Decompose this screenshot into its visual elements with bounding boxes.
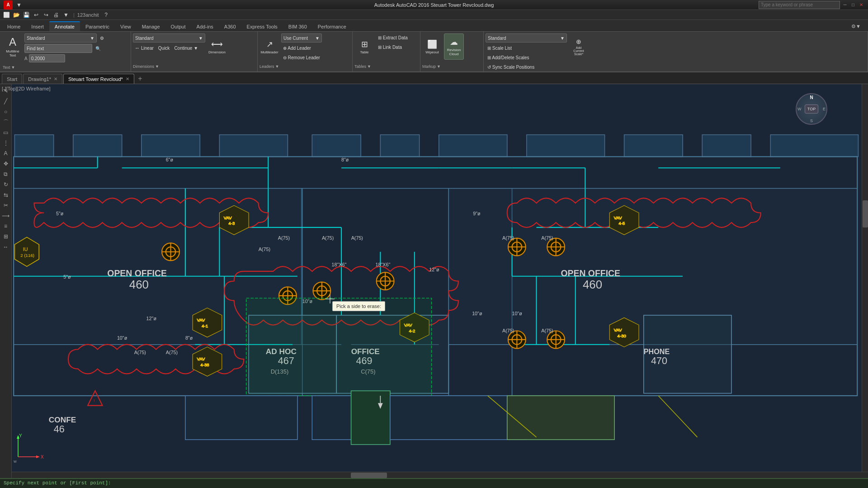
revision-cloud-btn[interactable]: ☁ RevisionCloud <box>444 33 464 60</box>
linear-icon: ↔ <box>135 45 140 51</box>
find-text-input[interactable] <box>24 44 92 53</box>
nav-compass[interactable]: N S W E TOP <box>796 93 832 129</box>
annotation-height-input[interactable] <box>29 54 65 62</box>
close-revcloud-btn[interactable]: ✕ <box>126 76 129 81</box>
tool-move[interactable]: ✥ <box>1 159 11 169</box>
ribbon-group-markup: ⬜ Wipeout ☁ RevisionCloud Markup ▼ <box>420 32 484 71</box>
compass-ring[interactable]: N S W E TOP <box>796 93 827 125</box>
quick-dim-btn[interactable]: Quick <box>156 44 172 52</box>
tool-trim[interactable]: ✂ <box>1 200 11 210</box>
tab-addins[interactable]: Add-ins <box>191 22 219 31</box>
svg-text:OPEN OFFICE: OPEN OFFICE <box>561 268 620 278</box>
tool-line[interactable]: ╱ <box>1 96 11 106</box>
left-toolbar: ↖ ╱ ○ ⌒ ▭ ⋮ A ✥ ⧉ ↻ ⇆ ✂ ⟶ ≡ ⊞ ↔ <box>0 84 12 478</box>
multileader-btn[interactable]: ↗ Multileader <box>259 33 279 60</box>
qat-plot-btn[interactable]: 🖨 <box>52 11 61 19</box>
title-bar-title: Autodesk AutoCAD 2016 Steuart Tower Revc… <box>374 2 494 8</box>
qat-undo-btn[interactable]: ↩ <box>32 11 41 19</box>
svg-rect-3 <box>142 135 200 157</box>
tab-express[interactable]: Express Tools <box>241 22 283 31</box>
tool-text[interactable]: A <box>1 148 11 158</box>
tool-hatch[interactable]: ⋮ <box>1 138 11 148</box>
tab-home[interactable]: Home <box>2 22 26 31</box>
tab-workspace-dropdown[interactable]: ⚙▼ <box>846 22 866 31</box>
link-data-btn[interactable]: ⊞ Link Data <box>376 43 410 51</box>
tab-insert[interactable]: Insert <box>26 22 49 31</box>
close-button[interactable]: ✕ <box>858 2 864 8</box>
annotation-scale-dropdown[interactable]: Standard▼ <box>486 33 567 43</box>
svg-text:12"ø: 12"ø <box>429 267 439 272</box>
linear-dim-btn[interactable]: ↔ Linear <box>133 44 156 52</box>
dimension-icon: ⟷ <box>211 39 223 49</box>
svg-text:A(75): A(75) <box>502 235 514 241</box>
new-tab-btn[interactable]: + <box>135 74 145 84</box>
doc-tab-drawing1[interactable]: Drawing1* ✕ <box>23 74 62 84</box>
table-btn[interactable]: ⊞ Table <box>354 33 374 60</box>
extract-data-btn[interactable]: ⊞ Extract Data <box>376 33 410 42</box>
tool-rotate[interactable]: ↻ <box>1 180 11 190</box>
horizontal-scrollbar[interactable] <box>6 472 868 478</box>
minimize-button[interactable]: ─ <box>842 2 848 8</box>
horizontal-scroll-thumb[interactable] <box>351 473 387 478</box>
tab-view[interactable]: View <box>115 22 137 31</box>
tool-copy[interactable]: ⧉ <box>1 169 11 179</box>
tool-rectangle[interactable]: ▭ <box>1 128 11 137</box>
qat-extra-btn[interactable]: ▼ <box>61 11 71 19</box>
tool-offset[interactable]: ≡ <box>1 221 11 231</box>
tool-arc[interactable]: ⌒ <box>1 117 11 127</box>
qat-help-btn[interactable]: ? <box>102 11 111 19</box>
tool-dimension[interactable]: ↔ <box>1 242 11 252</box>
tab-bim360[interactable]: BIM 360 <box>283 22 312 31</box>
svg-rect-155 <box>507 396 614 440</box>
find-text-btn[interactable]: 🔍 <box>94 44 103 52</box>
qat-redo-btn[interactable]: ↪ <box>42 11 51 19</box>
doc-tab-revcloud[interactable]: Steuart Tower Revcloud* ✕ <box>63 74 134 84</box>
doc-tab-start[interactable]: Start <box>2 74 22 84</box>
leader-style-dropdown[interactable]: Use Current▼ <box>281 33 322 43</box>
tool-circle[interactable]: ○ <box>1 107 11 117</box>
canvas-area[interactable]: ↖ ╱ ○ ⌒ ▭ ⋮ A ✥ ⧉ ↻ ⇆ ✂ ⟶ ≡ ⊞ ↔ [-][Top]… <box>0 84 868 478</box>
svg-rect-5 <box>312 135 361 157</box>
add-delete-scales-btn[interactable]: ⊞ Add/Delete Scales <box>486 53 567 62</box>
search-input[interactable] <box>759 1 840 9</box>
tab-output[interactable]: Output <box>165 22 191 31</box>
svg-text:A(75): A(75) <box>351 235 363 241</box>
qat-save-btn[interactable]: 💾 <box>22 11 31 19</box>
tab-annotate[interactable]: Annotate <box>49 21 80 31</box>
svg-text:460: 460 <box>583 278 602 291</box>
continue-dim-btn[interactable]: Continue ▼ <box>172 44 200 52</box>
qat-new-btn[interactable]: ⬜ <box>2 11 11 19</box>
tool-extend[interactable]: ⟶ <box>1 211 11 221</box>
vertical-scrollbar[interactable] <box>862 84 868 472</box>
tab-parametric[interactable]: Parametric <box>80 22 115 31</box>
scale-list-btn[interactable]: ⊞ Scale List <box>486 44 567 52</box>
close-drawing1-btn[interactable]: ✕ <box>54 76 57 81</box>
add-scale-icon: ⊕ <box>576 38 581 45</box>
svg-text:OPEN OFFICE: OPEN OFFICE <box>107 268 167 278</box>
dimension-main-btn[interactable]: ⟷ Dimension <box>207 33 227 60</box>
text-style-dropdown[interactable]: Standard▼ <box>24 33 97 43</box>
vertical-scroll-thumb[interactable] <box>863 200 868 227</box>
dimension-style-dropdown[interactable]: Standard▼ <box>133 33 205 43</box>
text-style-manager-btn[interactable]: ⚙ <box>98 34 106 42</box>
multiline-text-btn[interactable]: A MultilineText <box>3 33 23 60</box>
maximize-button[interactable]: □ <box>850 2 856 8</box>
qat-open-btn[interactable]: ▼ <box>14 1 24 9</box>
qat-username: 123anchit <box>77 12 99 18</box>
add-current-scale-btn[interactable]: ⊕ AddCurrent Scale* <box>569 33 589 60</box>
sync-scale-btn[interactable]: ↺ Sync Scale Positions <box>486 63 567 71</box>
tab-manage[interactable]: Manage <box>137 22 165 31</box>
tab-a360[interactable]: A360 <box>219 22 241 31</box>
ribbon-group-leaders: ↗ Multileader Use Current▼ ⊕ Add Leader … <box>258 32 353 71</box>
svg-text:VAV: VAV <box>197 317 205 322</box>
remove-leader-btn[interactable]: ⊖ Remove Leader <box>281 53 322 62</box>
tool-mirror[interactable]: ⇆ <box>1 190 11 200</box>
qat-open-btn[interactable]: 📂 <box>12 11 21 19</box>
add-leader-btn[interactable]: ⊕ Add Leader <box>281 44 322 52</box>
compass-top-button[interactable]: TOP <box>805 104 818 114</box>
wipeout-btn[interactable]: ⬜ Wipeout <box>422 33 442 60</box>
svg-text:460: 460 <box>129 278 149 291</box>
tab-performance[interactable]: Performance <box>312 22 352 31</box>
tool-array[interactable]: ⊞ <box>1 232 11 242</box>
svg-text:4-1: 4-1 <box>202 323 208 328</box>
